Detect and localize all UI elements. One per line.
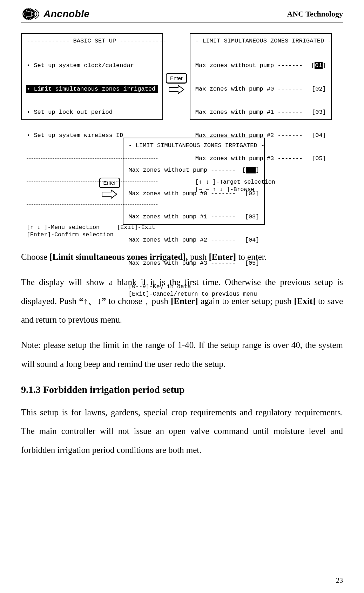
menu-item: • Set up system clock/calendar bbox=[27, 62, 157, 70]
page-number: 23 bbox=[336, 576, 343, 585]
paragraph: This setup is for lawns, gardens, specia… bbox=[21, 403, 343, 460]
globe-icon bbox=[21, 7, 41, 21]
paragraph: Note: please setup the limit in the rang… bbox=[21, 336, 343, 374]
screen-limits-1: - LIMIT SIMULTANEOUS ZONES IRRIGATED - M… bbox=[190, 33, 332, 120]
screen-limits-2: - LIMIT SIMULTANEOUS ZONES IRRIGATED - M… bbox=[123, 138, 265, 225]
screen-title: - LIMIT SIMULTANEOUS ZONES IRRIGATED - bbox=[128, 142, 259, 150]
section-heading: 9.1.3 Forbidden irrigation period setup bbox=[21, 384, 343, 395]
screen-title: - LIMIT SIMULTANEOUS ZONES IRRIGATED - bbox=[195, 37, 326, 45]
page-header: Ancnoble ANC Technology bbox=[21, 7, 343, 22]
enter-key-icon: Enter bbox=[166, 73, 187, 83]
limit-row: Max zones with pump #1 -------[03] bbox=[128, 213, 259, 221]
menu-item: • Set up lock out period bbox=[27, 108, 157, 116]
limit-row: Max zones without pump -------[01] bbox=[195, 62, 326, 70]
screen-hint: [Exit]-Cancel/return to previous menu bbox=[128, 290, 259, 298]
menu-item-selected: • Limit simultaneous zones irrigated bbox=[26, 85, 158, 93]
screens-row-1: ------------ BASIC SET UP ------------- … bbox=[21, 33, 343, 120]
arrow-right-icon bbox=[168, 85, 184, 94]
logo-text: Ancnoble bbox=[43, 8, 90, 20]
screen-title: ------------ BASIC SET UP ------------- bbox=[27, 37, 157, 45]
screen-basic-setup: ------------ BASIC SET UP ------------- … bbox=[21, 33, 163, 120]
arrow-enter-1: Enter bbox=[166, 73, 187, 94]
limit-row: Max zones with pump #0 -------[02] bbox=[128, 190, 259, 198]
limit-row: Max zones with pump #0 -------[02] bbox=[195, 85, 326, 93]
limit-row: Max zones with pump #1 -------[03] bbox=[195, 108, 326, 116]
screen-hint: [0--9]-Key in data bbox=[128, 283, 259, 290]
limit-row: Max zones with pump #3 -------[05] bbox=[128, 259, 259, 267]
company-name: ANC Technology bbox=[287, 9, 343, 19]
limit-row: Max zones with pump #2 -------[04] bbox=[128, 236, 259, 244]
screen-body: Max zones without pump -------[ ] Max zo… bbox=[128, 151, 259, 283]
logo: Ancnoble bbox=[21, 7, 90, 21]
limit-row: Max zones without pump -------[ ] bbox=[128, 166, 259, 174]
